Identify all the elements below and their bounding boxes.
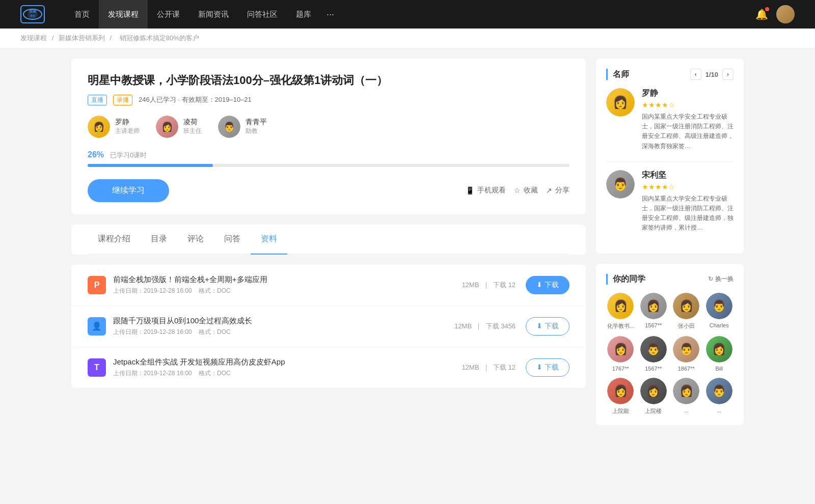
classmate-3: 👩 张小田 bbox=[672, 293, 701, 330]
classmate-9-avatar[interactable]: 👩 bbox=[607, 378, 634, 404]
classmate-9-name: 上院能 bbox=[612, 407, 629, 415]
classmate-5-avatar[interactable]: 👩 bbox=[607, 336, 634, 362]
logo[interactable]: 云朵 课堂 bbox=[20, 5, 45, 23]
main-container: 明星中教授课，小学阶段语法100分–强化级第1讲动词（一） 直播 录播 246人… bbox=[51, 48, 764, 445]
classmate-1-avatar[interactable]: 👩 bbox=[607, 293, 634, 319]
sidebar-teacher-1-stars: ★★★★☆ bbox=[642, 101, 734, 109]
pagination: ‹ 1/10 › bbox=[690, 69, 734, 80]
teachers-list: 👩 罗静 主讲老师 👩 凌荷 班主任 bbox=[88, 116, 569, 138]
breadcrumb-series[interactable]: 新媒体营销系列 bbox=[59, 34, 105, 42]
classmate-11-avatar[interactable]: 👩 bbox=[673, 378, 699, 404]
teacher-2: 👩 凌荷 班主任 bbox=[156, 116, 202, 138]
download-button-2[interactable]: ⬇ 下载 bbox=[526, 317, 569, 335]
teachers-sidebar-title: 名师 ‹ 1/10 › bbox=[606, 69, 734, 80]
notification-bell[interactable]: 🔔 bbox=[755, 8, 768, 20]
classmate-7: 👨 1867** bbox=[672, 336, 701, 372]
teacher-2-name: 凌荷 bbox=[183, 118, 202, 127]
refresh-label: 换一换 bbox=[715, 275, 734, 284]
sidebar-teacher-2: 👨 宋利坚 ★★★★☆ 国内某重点大学安全工程专业硕士，国家一级注册消防工程师、… bbox=[606, 170, 734, 233]
classmate-12-avatar[interactable]: 👨 bbox=[706, 378, 732, 404]
next-page-button[interactable]: › bbox=[722, 69, 734, 80]
progress-bar-bg bbox=[88, 164, 569, 167]
classmate-4: 👨 Charles bbox=[705, 293, 734, 330]
teachers-sidebar-card: 名师 ‹ 1/10 › 👩 罗静 ★★★★☆ 国内某重点大学安全工程专业硕士，国… bbox=[596, 59, 744, 254]
teacher-3: 👨 青青平 助教 bbox=[218, 116, 267, 138]
page-indicator: 1/10 bbox=[705, 71, 718, 78]
course-stats: 246人已学习 · 有效期至：2019–10–21 bbox=[139, 95, 252, 104]
share-button[interactable]: ↗ 分享 bbox=[546, 186, 569, 195]
teacher-2-info: 凌荷 班主任 bbox=[183, 118, 202, 135]
classmate-5-name: 1767** bbox=[612, 366, 629, 372]
classmate-11-name: ... bbox=[684, 407, 689, 413]
sidebar-teacher-2-avatar: 👨 bbox=[606, 170, 635, 199]
progress-sub: 已学习0课时 bbox=[110, 151, 147, 160]
refresh-icon: ↻ bbox=[708, 275, 713, 283]
teacher-1-name: 罗静 bbox=[115, 118, 140, 127]
classmate-8: 👩 Bill bbox=[705, 336, 734, 372]
progress-section: 26% 已学习0课时 bbox=[88, 150, 569, 167]
classmate-10-avatar[interactable]: 👩 bbox=[640, 378, 667, 404]
content-right: 名师 ‹ 1/10 › 👩 罗静 ★★★★☆ 国内某重点大学安全工程专业硕士，国… bbox=[596, 59, 744, 435]
teacher-3-role: 助教 bbox=[246, 127, 267, 135]
teacher-1-avatar: 👩 bbox=[88, 116, 110, 138]
teacher-3-info: 青青平 助教 bbox=[246, 118, 267, 135]
resource-stats-3: 12MB ｜ 下载 12 bbox=[462, 363, 515, 372]
tab-resources[interactable]: 资料 bbox=[251, 225, 287, 255]
classmate-3-name: 张小田 bbox=[678, 322, 695, 330]
breadcrumb-sep2: / bbox=[110, 34, 113, 42]
classmates-label: 你的同学 bbox=[613, 274, 645, 285]
resource-title-3: Jetpack全组件实战 开发短视频应用高仿皮皮虾App bbox=[113, 357, 462, 367]
refresh-button[interactable]: ↻ 换一换 bbox=[708, 275, 734, 284]
nav-discover[interactable]: 发现课程 bbox=[99, 0, 148, 29]
resource-icon-3: T bbox=[88, 358, 106, 377]
download-button-1[interactable]: ⬇ 下载 bbox=[526, 276, 569, 294]
tab-qa[interactable]: 问答 bbox=[214, 225, 251, 255]
classmate-8-avatar[interactable]: 👩 bbox=[706, 336, 732, 362]
nav-open[interactable]: 公开课 bbox=[148, 0, 189, 29]
notification-dot bbox=[765, 7, 769, 11]
sidebar-teacher-1-desc: 国内某重点大学安全工程专业硕士，国家一级注册消防工程师、注册安全工程师、高级注册… bbox=[642, 112, 734, 151]
tab-catalog[interactable]: 目录 bbox=[141, 225, 177, 255]
teacher-3-name: 青青平 bbox=[246, 118, 267, 127]
nav-quiz[interactable]: 题库 bbox=[287, 0, 320, 29]
classmate-1-name: 化学教书... bbox=[607, 322, 634, 330]
teacher-1: 👩 罗静 主讲老师 bbox=[88, 116, 140, 138]
tag-recorded: 录播 bbox=[113, 95, 132, 105]
download-button-3[interactable]: ⬇ 下载 bbox=[526, 358, 569, 377]
collect-button[interactable]: ☆ 收藏 bbox=[514, 186, 538, 195]
resource-info-1: 前端全栈加强版！前端全栈+全周期+多端应用 上传日期：2019-12-28 16… bbox=[113, 275, 462, 295]
continue-learning-button[interactable]: 继续学习 bbox=[88, 179, 169, 202]
nav-home[interactable]: 首页 bbox=[65, 0, 99, 29]
nav-right: 🔔 bbox=[755, 5, 795, 23]
nav-news[interactable]: 新闻资讯 bbox=[189, 0, 238, 29]
user-avatar[interactable] bbox=[776, 5, 795, 23]
nav-qa[interactable]: 问答社区 bbox=[238, 0, 287, 29]
nav-more[interactable]: ··· bbox=[320, 0, 340, 29]
classmate-3-avatar[interactable]: 👩 bbox=[673, 293, 699, 319]
resource-info-2: 跟随千万级项目从0到100全过程高效成长 上传日期：2019-12-28 16:… bbox=[113, 316, 454, 337]
resource-info-3: Jetpack全组件实战 开发短视频应用高仿皮皮虾App 上传日期：2019-1… bbox=[113, 357, 462, 378]
classmate-4-avatar[interactable]: 👨 bbox=[706, 293, 732, 319]
classmate-6-name: 1567** bbox=[645, 366, 662, 372]
classmate-7-avatar[interactable]: 👨 bbox=[673, 336, 699, 362]
resource-title-1: 前端全栈加强版！前端全栈+全周期+多端应用 bbox=[113, 275, 462, 285]
resource-item-1: P 前端全栈加强版！前端全栈+全周期+多端应用 上传日期：2019-12-28 … bbox=[71, 265, 586, 306]
course-title: 明星中教授课，小学阶段语法100分–强化级第1讲动词（一） bbox=[88, 73, 569, 89]
classmate-11: 👩 ... bbox=[672, 378, 701, 415]
breadcrumb-discover[interactable]: 发现课程 bbox=[20, 34, 47, 42]
mobile-view-button[interactable]: 📱 手机观看 bbox=[466, 186, 506, 195]
classmate-6-avatar[interactable]: 👨 bbox=[640, 336, 667, 362]
classmate-10-name: 上院楼 bbox=[645, 407, 662, 415]
tab-intro[interactable]: 课程介绍 bbox=[88, 225, 141, 255]
sidebar-teacher-1-info: 罗静 ★★★★☆ 国内某重点大学安全工程专业硕士，国家一级注册消防工程师、注册安… bbox=[642, 88, 734, 151]
teacher-2-role: 班主任 bbox=[183, 127, 202, 135]
prev-page-button[interactable]: ‹ bbox=[690, 69, 701, 80]
sidebar-teacher-1-avatar: 👩 bbox=[606, 88, 635, 117]
tab-comments[interactable]: 评论 bbox=[177, 225, 214, 255]
resource-icon-1: P bbox=[88, 276, 106, 294]
classmate-12: 👨 ... bbox=[705, 378, 734, 415]
breadcrumb-current: 销冠修炼术搞定80%的客户 bbox=[120, 34, 199, 42]
teacher-1-info: 罗静 主讲老师 bbox=[115, 118, 140, 135]
classmate-2-avatar[interactable]: 👩 bbox=[640, 293, 667, 319]
classmates-grid: 👩 化学教书... 👩 1567** 👩 张小田 bbox=[606, 293, 734, 415]
